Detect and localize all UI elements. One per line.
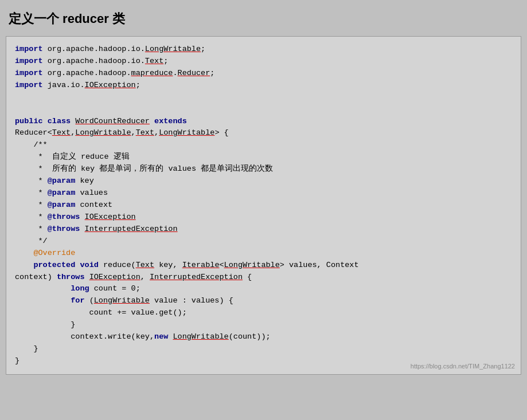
import-line-4: import java.io.IOException; xyxy=(15,80,512,92)
method-sig-2: context) throws IOException, Interrupted… xyxy=(15,272,512,284)
javadoc-close: */ xyxy=(15,235,512,248)
page-title: 定义一个 reducer 类 xyxy=(0,6,527,36)
watermark: https://blog.csdn.net/TIM_Zhang1122 xyxy=(411,362,515,371)
javadoc-param-context: * @param context xyxy=(15,199,512,211)
override-annotation: @Override xyxy=(15,248,512,260)
import-line-1: import org.apache.hadoop.io.LongWritable… xyxy=(15,44,512,56)
javadoc-param-values: * @param values xyxy=(15,187,512,199)
reducer-type: Reducer<Text,LongWritable,Text,LongWrita… xyxy=(15,127,512,139)
method-sig-1: protected void reduce(Text key, Iterable… xyxy=(15,260,512,272)
for-close: } xyxy=(15,319,512,331)
javadoc-param-key: * @param key xyxy=(15,175,512,187)
class-decl: public class WordCountReducer extends xyxy=(15,116,512,128)
title-text: 定义一个 reducer 类 xyxy=(9,11,125,26)
javadoc-line1: * 自定义 reduce 逻辑 xyxy=(15,151,512,163)
javadoc-open: /** xyxy=(15,139,512,151)
long-count: long count = 0; xyxy=(15,283,512,295)
javadoc-throws-io: * @throws IOException xyxy=(15,211,512,223)
javadoc-throws-int: * @throws InterruptedException xyxy=(15,223,512,235)
page-container: 定义一个 reducer 类 import org.apache.hadoop.… xyxy=(0,0,527,420)
javadoc-line2: * 所有的 key 都是单词，所有的 values 都是单词出现的次数 xyxy=(15,163,512,175)
import-line-2: import org.apache.hadoop.io.Text; xyxy=(15,56,512,68)
count-add: count += value.get(); xyxy=(15,307,512,319)
code-block: import org.apache.hadoop.io.LongWritable… xyxy=(6,36,521,375)
context-write: context.write(key,new LongWritable(count… xyxy=(15,331,512,343)
for-loop: for (LongWritable value : values) { xyxy=(15,295,512,307)
import-line-3: import org.apache.hadoop.mapreduce.Reduc… xyxy=(15,68,512,80)
method-close: } xyxy=(15,343,512,355)
